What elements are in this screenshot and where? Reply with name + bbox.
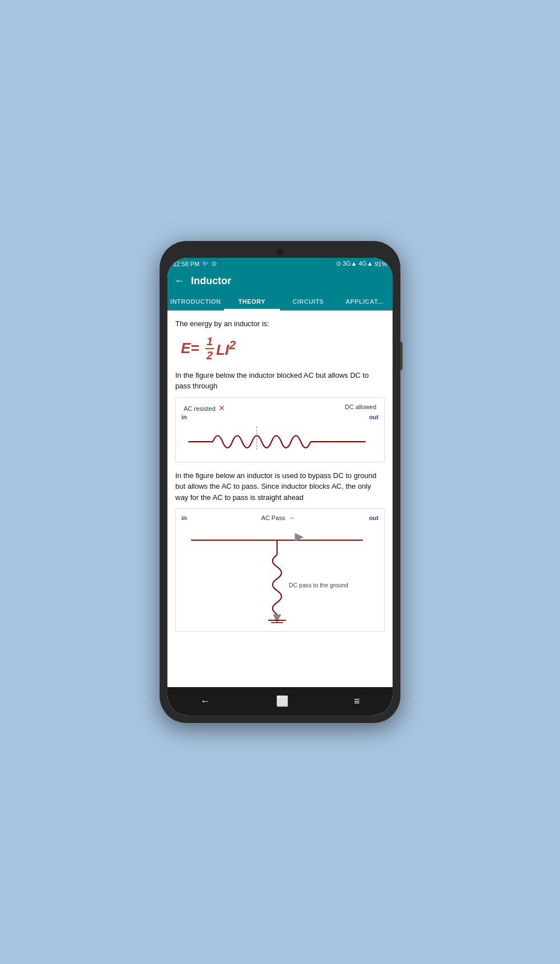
app-header: ← Inductor — [167, 270, 393, 293]
formula-fraction: 1 2 — [206, 335, 214, 362]
tab-circuits[interactable]: CIRCUITS — [280, 293, 337, 310]
figure2-description: In the figure below an inductor is used … — [175, 470, 385, 503]
power-button — [400, 342, 403, 370]
back-button[interactable]: ← — [174, 275, 184, 287]
in-label: in — [181, 414, 187, 420]
out-label: out — [369, 414, 379, 420]
formula-e: E= — [181, 340, 203, 357]
tab-introduction[interactable]: INTRODUCTION — [167, 293, 224, 310]
bottom-navigation: ← ⬜ ≡ — [167, 687, 393, 715]
tab-bar: INTRODUCTION THEORY CIRCUITS APPLICAT... — [167, 293, 393, 310]
network-indicator: ⊙ 3G▲ 4G▲ — [336, 260, 373, 267]
nav-home-button[interactable]: ⬜ — [267, 693, 297, 710]
ac-pass-label: AC Pass → — [261, 515, 295, 521]
tab-theory[interactable]: THEORY — [224, 293, 281, 310]
status-bar: 12:58 PM 🐦 ⊙ ⊙ 3G▲ 4G▲ 91% — [167, 258, 393, 270]
svg-text:DC pass to the ground: DC pass to the ground — [289, 582, 348, 588]
figure1-description: In the figure below the inductor blocked… — [175, 370, 385, 392]
circuit-svg-1 — [181, 420, 379, 454]
energy-description: The energy by an inductor is: — [175, 318, 385, 330]
inductor-diagram-2: in AC Pass → out — [175, 508, 385, 632]
formula-li2: LI2 — [216, 338, 236, 359]
svg-marker-6 — [273, 614, 281, 623]
nav-menu-button[interactable]: ≡ — [345, 693, 369, 710]
circuit-svg-2: DC pass to the ground — [181, 522, 379, 623]
inductor-diagram-1: AC resisted ✕ DC allowed in out — [175, 397, 385, 462]
page-title: Inductor — [191, 275, 231, 287]
energy-formula: E= 1 2 LI2 — [181, 335, 385, 362]
camera — [277, 249, 283, 254]
in2-label: in — [181, 515, 187, 521]
dc-allowed-label: DC allowed — [345, 404, 376, 413]
screen: 12:58 PM 🐦 ⊙ ⊙ 3G▲ 4G▲ 91% ← Inductor IN… — [167, 258, 393, 715]
main-content: The energy by an inductor is: E= 1 2 LI2… — [167, 310, 393, 687]
x-mark-icon: ✕ — [218, 404, 225, 413]
camera-icon: ⊙ — [212, 260, 217, 267]
ac-resisted-label: AC resisted ✕ — [184, 404, 225, 413]
tab-applications[interactable]: APPLICAT... — [337, 293, 393, 310]
twitter-icon: 🐦 — [202, 260, 209, 267]
time-display: 12:58 PM — [173, 261, 199, 267]
battery-indicator: 91% — [375, 261, 387, 267]
phone-frame: 12:58 PM 🐦 ⊙ ⊙ 3G▲ 4G▲ 91% ← Inductor IN… — [160, 241, 400, 723]
nav-back-button[interactable]: ← — [192, 693, 220, 710]
out2-label: out — [369, 515, 379, 521]
